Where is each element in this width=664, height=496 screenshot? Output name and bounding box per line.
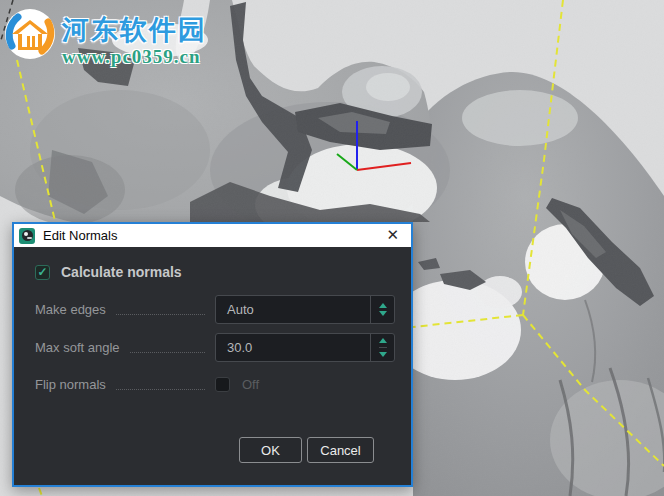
edit-normals-dialog: Edit Normals ✕ ✓ Calculate normals Make … <box>12 222 413 487</box>
dialog-body: ✓ Calculate normals Make edges Auto Ma <box>14 247 411 485</box>
ok-button[interactable]: OK <box>239 437 302 463</box>
calculate-normals-checkbox[interactable]: ✓ <box>35 265 50 280</box>
chevron-down-icon <box>379 311 387 316</box>
spin-down-button[interactable] <box>379 348 387 361</box>
checkmark-icon: ✓ <box>37 265 47 279</box>
close-icon[interactable]: ✕ <box>383 227 402 244</box>
spin-up-button[interactable] <box>379 334 387 348</box>
flip-normals-value: Off <box>242 377 259 392</box>
max-soft-angle-label: Max soft angle <box>35 340 120 355</box>
make-edges-value: Auto <box>227 302 254 317</box>
dialog-app-icon <box>19 228 35 244</box>
chevron-up-icon <box>379 303 387 308</box>
cancel-button[interactable]: Cancel <box>307 437 374 463</box>
flip-normals-label: Flip normals <box>35 377 106 392</box>
make-edges-dropdown[interactable]: Auto <box>215 295 395 324</box>
chevron-up-icon <box>379 338 387 343</box>
dotted-leader <box>130 335 205 353</box>
dialog-title: Edit Normals <box>43 228 117 243</box>
max-soft-angle-input[interactable]: 30.0 <box>215 333 395 362</box>
make-edges-label: Make edges <box>35 302 106 317</box>
dropdown-spinner-icon[interactable] <box>370 296 394 323</box>
dotted-leader <box>116 297 205 315</box>
calculate-normals-label: Calculate normals <box>61 264 182 280</box>
dotted-leader <box>116 372 205 390</box>
dialog-titlebar[interactable]: Edit Normals ✕ <box>14 224 411 247</box>
chevron-down-icon <box>379 352 387 357</box>
app-window: 河东软件园 www.pc0359.cn Edit Normals ✕ ✓ Cal… <box>0 0 664 496</box>
flip-normals-checkbox[interactable] <box>215 377 230 392</box>
max-soft-angle-value: 30.0 <box>227 340 252 355</box>
